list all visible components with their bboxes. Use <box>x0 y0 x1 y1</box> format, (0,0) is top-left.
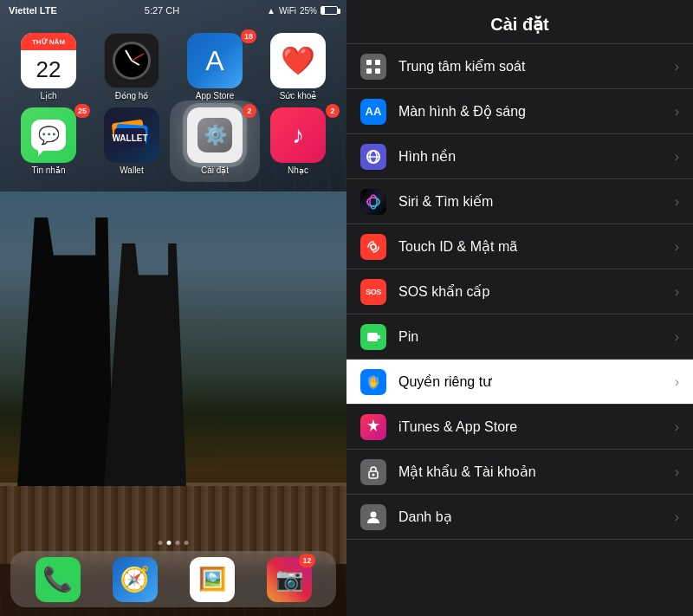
settings-item-control-center[interactable]: Trung tâm kiểm soát › <box>346 44 693 89</box>
app-music-label: Nhạc <box>288 165 308 175</box>
dot-4 <box>185 541 189 545</box>
settings-item-sos[interactable]: SOS SOS khẩn cấp › <box>346 269 693 314</box>
siri-label: Siri & Tìm kiếm <box>398 193 675 210</box>
settings-header: Cài đặt <box>346 0 693 44</box>
app-grid: THỨ NĂM 22 Lịch Đồng hồ A 18 App Store <box>0 26 346 182</box>
svg-rect-2 <box>366 68 372 74</box>
app-messages-label: Tin nhắn <box>32 165 66 175</box>
display-icon: AA <box>360 99 386 125</box>
battery-icon <box>321 6 338 15</box>
app-calendar-wrapper[interactable]: THỨ NĂM 22 Lịch <box>10 33 87 101</box>
app-clock-wrapper[interactable]: Đồng hồ <box>94 33 170 101</box>
dock-instagram[interactable]: 📷 12 <box>267 557 312 602</box>
app-wallet-icon[interactable]: WALLET <box>104 107 159 163</box>
app-health-wrapper[interactable]: ❤️ Sức khoẻ <box>260 33 336 101</box>
settings-item-itunes[interactable]: iTunes & App Store › <box>346 405 693 450</box>
sos-label: SOS khẩn cấp <box>398 283 675 300</box>
app-appstore-badge: 18 <box>241 29 256 43</box>
app-calendar-label: Lịch <box>40 91 56 101</box>
app-clock-icon[interactable] <box>104 33 159 88</box>
battery-chevron: › <box>675 329 679 345</box>
app-appstore-wrapper[interactable]: A 18 App Store <box>177 33 253 101</box>
settings-item-battery[interactable]: Pin › <box>346 314 693 360</box>
app-settings-label: Cài đặt <box>201 165 229 175</box>
settings-item-wallpaper[interactable]: Hình nền › <box>346 134 693 179</box>
settings-item-siri[interactable]: Siri & Tìm kiếm › <box>346 179 693 224</box>
touchid-icon <box>360 234 386 260</box>
app-music-wrapper[interactable]: ♪ 2 Nhạc <box>260 107 336 175</box>
svg-text:✋: ✋ <box>367 375 380 388</box>
touchid-label: Touch ID & Mật mã <box>398 238 675 255</box>
app-messages-badge: 25 <box>74 104 90 118</box>
app-settings-wrapper[interactable]: ⚙️ 2 Cài đặt <box>177 107 253 175</box>
battery-label: Pin <box>398 329 675 345</box>
app-messages-icon[interactable]: 💬 <box>21 107 76 163</box>
settings-item-display[interactable]: AA Màn hình & Độ sáng › <box>346 89 693 134</box>
app-health-label: Sức khoẻ <box>280 91 317 101</box>
display-label: Màn hình & Độ sáng <box>398 103 675 120</box>
dot-1 <box>159 541 163 545</box>
app-clock-label: Đồng hồ <box>115 91 149 101</box>
settings-item-privacy[interactable]: ✋ Quyền riêng tư › <box>346 360 693 405</box>
privacy-chevron: › <box>675 374 679 390</box>
wallpaper-label: Hình nền <box>398 148 675 165</box>
time-text: 5:27 CH <box>145 5 179 16</box>
passwords-label: Mật khẩu & Tài khoản <box>398 464 675 480</box>
sos-chevron: › <box>675 284 679 300</box>
dot-2 <box>167 541 172 545</box>
battery-text: 25% <box>300 6 317 16</box>
app-settings-icon[interactable]: ⚙️ <box>187 107 243 163</box>
itunes-label: iTunes & App Store <box>398 419 675 435</box>
signal-icon: ▲ <box>267 6 275 16</box>
battery-icon-settings <box>360 324 386 350</box>
settings-item-passwords[interactable]: Mật khẩu & Tài khoản › <box>346 450 693 495</box>
wifi-icon: WiFi <box>279 6 296 16</box>
background-scene <box>0 191 346 564</box>
contacts-icon <box>360 504 386 530</box>
wallpaper-chevron: › <box>675 149 679 165</box>
settings-item-touchid[interactable]: Touch ID & Mật mã › <box>346 224 693 269</box>
siri-chevron: › <box>675 194 679 210</box>
settings-panel: Cài đặt Trung tâm kiểm soát › AA Màn hìn… <box>346 0 693 616</box>
settings-item-contacts[interactable]: Danh bạ › <box>346 495 693 540</box>
privacy-icon: ✋ <box>360 369 386 395</box>
svg-rect-1 <box>375 60 380 65</box>
app-wallet-label: Wallet <box>120 165 143 175</box>
control-center-icon <box>360 54 386 80</box>
home-screen: Viettel LTE 5:27 CH ▲ WiFi 25% THỨ NĂM 2… <box>0 0 346 616</box>
passwords-icon <box>360 459 386 485</box>
dock: 📞 🧭 🖼️ 📷 12 <box>10 551 336 607</box>
touchid-chevron: › <box>675 239 679 255</box>
dock-photos[interactable]: 🖼️ <box>190 557 235 602</box>
itunes-chevron: › <box>675 419 679 435</box>
app-messages-wrapper[interactable]: 💬 25 Tin nhắn <box>10 107 87 175</box>
itunes-icon <box>360 414 386 440</box>
svg-point-7 <box>367 198 379 206</box>
app-music-icon[interactable]: ♪ <box>270 107 326 163</box>
control-center-chevron: › <box>675 59 679 75</box>
status-bar: Viettel LTE 5:27 CH ▲ WiFi 25% <box>0 0 346 21</box>
display-chevron: › <box>675 104 679 120</box>
app-music-badge: 2 <box>326 104 340 118</box>
app-wallet-wrapper[interactable]: WALLET Wallet <box>94 107 170 175</box>
contacts-label: Danh bạ <box>398 509 675 525</box>
svg-rect-10 <box>367 333 378 341</box>
svg-point-15 <box>371 511 377 517</box>
svg-rect-0 <box>366 60 372 65</box>
app-health-icon[interactable]: ❤️ <box>270 33 326 88</box>
siri-icon <box>360 189 386 215</box>
contacts-chevron: › <box>675 509 679 525</box>
carrier-text: Viettel LTE <box>9 5 57 16</box>
dock-safari[interactable]: 🧭 <box>113 557 158 602</box>
privacy-label: Quyền riêng tư <box>398 373 675 390</box>
app-appstore-icon[interactable]: A <box>187 33 243 88</box>
app-calendar-icon[interactable]: THỨ NĂM 22 <box>21 33 76 88</box>
app-settings-badge: 2 <box>243 104 256 118</box>
settings-list: Trung tâm kiểm soát › AA Màn hình & Độ s… <box>346 44 693 616</box>
dot-3 <box>176 541 180 545</box>
svg-rect-3 <box>375 68 380 74</box>
dock-instagram-badge: 12 <box>299 554 314 567</box>
dock-phone[interactable]: 📞 <box>36 557 81 602</box>
page-dots <box>159 541 189 545</box>
svg-point-14 <box>372 473 375 476</box>
